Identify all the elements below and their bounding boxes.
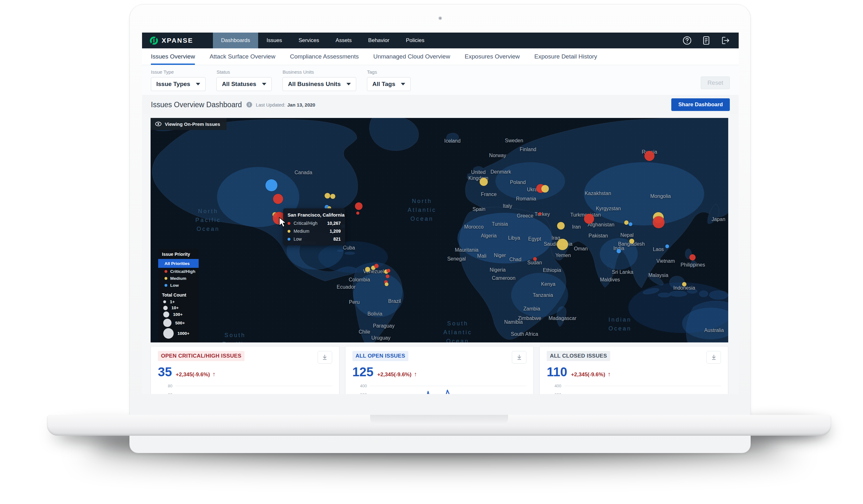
ocean-label: SouthPacific — [222, 331, 248, 342]
country-label-sri-lanka: Sri Lanka — [612, 269, 633, 275]
share-dashboard-button[interactable]: Share Dashboard — [671, 98, 730, 111]
tooltip-row-value: 1,209 — [330, 229, 341, 234]
world-map[interactable]: Viewing On-Prem Issues Issue Priority Al… — [151, 118, 728, 342]
country-label-greece: Greece — [517, 213, 533, 219]
map-marker-medium[interactable] — [624, 220, 628, 225]
legend-all-priorities[interactable]: All Priorities — [158, 259, 199, 268]
country-label-senegal: Senegal — [447, 256, 466, 262]
filter-issue-type[interactable]: Issue Types — [151, 77, 205, 91]
legend-size-item: 1+ — [158, 300, 199, 304]
card-value: 110 — [547, 365, 567, 379]
release-notes-icon[interactable] — [701, 36, 711, 45]
card-header: ALL CLOSED ISSUES — [547, 351, 721, 364]
country-label-kenya: Kenya — [541, 281, 555, 287]
download-button[interactable] — [317, 351, 332, 364]
ocean-label: SouthAtlanticOcean — [443, 319, 472, 342]
legend-priority-low[interactable]: Low — [158, 282, 199, 289]
chart-grid-row: 80 — [158, 381, 332, 390]
nav-tab-issues[interactable]: Issues — [258, 33, 290, 48]
subtab-exposure-detail-history[interactable]: Exposure Detail History — [534, 48, 597, 65]
nav-tab-services[interactable]: Services — [290, 33, 327, 48]
map-marker-critical[interactable] — [584, 214, 594, 224]
trend-line-chart — [371, 386, 523, 394]
map-marker-medium[interactable] — [330, 194, 335, 199]
card-delta: +2,345(-9.6%) — [176, 371, 210, 378]
map-marker-critical[interactable] — [689, 254, 696, 261]
map-marker-medium[interactable] — [629, 239, 634, 244]
download-icon — [516, 354, 522, 361]
map-marker-low[interactable] — [265, 179, 277, 191]
country-label-brazil: Brazil — [388, 298, 401, 304]
country-label-uruguay: Uruguay — [371, 335, 390, 341]
map-marker-critical[interactable] — [533, 257, 537, 261]
page: XPANSE DashboardsIssuesServicesAssetsBeh… — [0, 0, 863, 504]
map-marker-critical[interactable] — [386, 275, 389, 278]
card-all-closed-issues: ALL CLOSED ISSUES 110 +2,345(-9.6%) ↑ 40… — [539, 346, 728, 394]
map-marker-low[interactable] — [628, 222, 633, 226]
map-marker-critical[interactable] — [645, 151, 654, 161]
tooltip-row-value: 10,267 — [327, 221, 341, 226]
map-marker-critical[interactable] — [387, 269, 390, 273]
download-button[interactable] — [512, 351, 526, 364]
country-label-paraguay: Paraguay — [373, 323, 395, 329]
map-marker-medium[interactable] — [557, 239, 568, 250]
map-marker-medium[interactable] — [325, 193, 330, 199]
map-marker-critical[interactable] — [355, 202, 363, 210]
app-screen: XPANSE DashboardsIssuesServicesAssetsBeh… — [142, 33, 739, 394]
subtab-unmanaged-cloud-overview[interactable]: Unmanaged Cloud Overview — [373, 48, 450, 65]
map-marker-critical[interactable] — [374, 264, 379, 268]
nav-tab-dashboards[interactable]: Dashboards — [213, 33, 259, 48]
size-circle-icon — [163, 312, 169, 317]
country-label-libya: Libya — [508, 235, 520, 241]
country-label-yemen: Yemen — [555, 252, 571, 258]
filter-label: Issue Type — [151, 69, 205, 75]
nav-tab-behavior[interactable]: Behavior — [360, 33, 398, 48]
map-legend: Issue Priority All Priorities Critical/H… — [158, 249, 199, 342]
download-button[interactable] — [706, 351, 721, 364]
map-marker-medium[interactable] — [385, 282, 388, 286]
map-marker-critical[interactable] — [653, 216, 665, 228]
nav-tab-policies[interactable]: Policies — [398, 33, 433, 48]
card-delta: +2,345(-9.6%) — [377, 371, 411, 378]
subtab-compliance-assessments[interactable]: Compliance Assessments — [290, 48, 359, 65]
map-marker-critical[interactable] — [538, 212, 541, 215]
filter-status[interactable]: All Statuses — [216, 77, 272, 91]
filter-business-units[interactable]: All Business Units — [283, 77, 356, 91]
reset-button[interactable]: Reset — [701, 76, 730, 89]
map-marker-medium[interactable] — [557, 222, 565, 229]
map-marker-medium[interactable] — [479, 178, 488, 186]
nav-tab-assets[interactable]: Assets — [327, 33, 360, 48]
country-label-france: France — [481, 191, 497, 197]
subtab-attack-surface-overview[interactable]: Attack Surface Overview — [210, 48, 275, 65]
priority-dot-icon — [164, 277, 167, 280]
filter-value: All Statuses — [222, 80, 256, 88]
tooltip-dot-icon — [288, 238, 290, 241]
filter-value: All Tags — [372, 80, 396, 88]
chart-grid-row: 400 — [547, 381, 721, 390]
chevron-down-icon — [196, 83, 200, 85]
tooltip-rows: Critical/High 10,267 Medium 1,209 Low 82… — [288, 221, 341, 242]
map-marker-medium[interactable] — [682, 282, 687, 287]
subtab-exposures-overview[interactable]: Exposures Overview — [465, 48, 520, 65]
filter-tags[interactable]: All Tags — [367, 77, 411, 91]
map-marker-medium[interactable] — [365, 267, 370, 272]
map-marker-medium[interactable] — [541, 185, 549, 192]
help-icon[interactable] — [683, 36, 692, 45]
country-label-tanzania: Tanzania — [533, 292, 553, 298]
legend-priority-medium[interactable]: Medium — [158, 275, 199, 282]
country-label-sweden: Sweden — [505, 138, 523, 143]
legend-priority-critical-high[interactable]: Critical/High — [158, 268, 199, 275]
nav-icons — [683, 33, 739, 48]
country-label-south-africa: South Africa — [511, 331, 538, 337]
axis-tick: 60 — [158, 392, 176, 394]
chevron-down-icon — [401, 83, 405, 85]
info-icon[interactable]: i — [247, 102, 252, 108]
map-marker-low[interactable] — [616, 249, 621, 253]
sign-out-icon[interactable] — [720, 36, 730, 45]
card-title-chip: ALL OPEN ISSUES — [352, 351, 409, 361]
map-marker-critical[interactable] — [273, 194, 283, 204]
subtab-issues-overview[interactable]: Issues Overview — [151, 48, 195, 65]
map-marker-low[interactable] — [665, 244, 669, 248]
map-marker-critical[interactable] — [356, 212, 359, 215]
country-label-colombia: Colombia — [349, 277, 370, 283]
